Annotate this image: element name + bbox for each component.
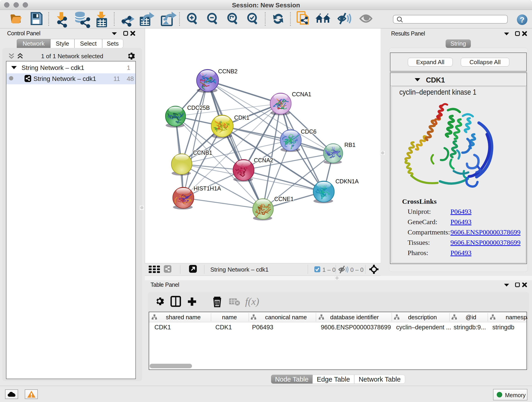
svg-text:RB1: RB1 <box>344 142 355 148</box>
svg-text:database identifier: database identifier <box>330 314 379 321</box>
svg-text:canonical name: canonical name <box>265 314 307 321</box>
svg-text:name: name <box>222 314 237 321</box>
svg-text:CDK1: CDK1 <box>234 114 249 121</box>
svg-text:description: description <box>408 314 437 321</box>
svg-text:CCNB2: CCNB2 <box>218 68 238 75</box>
svg-text:CDKN1A: CDKN1A <box>336 178 359 185</box>
svg-text:f(x): f(x) <box>245 296 259 307</box>
svg-text:CCNE1: CCNE1 <box>274 196 294 202</box>
svg-text:CDC25B: CDC25B <box>187 104 210 111</box>
svg-text:HIST1H1A: HIST1H1A <box>194 185 221 191</box>
svg-text:CCNA1: CCNA1 <box>292 91 311 97</box>
svg-text:CCNA2: CCNA2 <box>254 157 273 163</box>
svg-text:CDC6: CDC6 <box>301 128 317 135</box>
svg-text:@id: @id <box>466 314 476 321</box>
svg-text:CCNB1: CCNB1 <box>193 149 212 156</box>
svg-text:namespac: namespac <box>506 314 527 321</box>
svg-text:shared name: shared name <box>166 314 201 321</box>
